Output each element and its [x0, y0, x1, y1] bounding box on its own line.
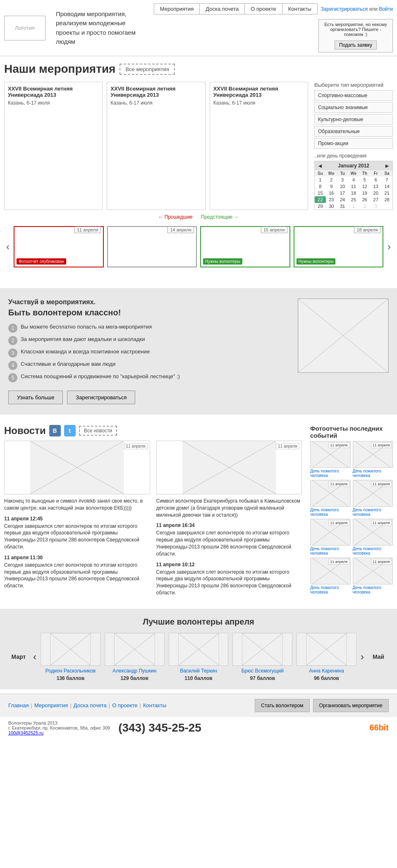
photo-thumb-3[interactable]: 11 апреля [310, 480, 351, 507]
photo-label-6[interactable]: День пожилого человека [353, 546, 393, 556]
become-volunteer-button[interactable]: Стать волонтером [255, 699, 309, 712]
vol-card-5: Анна Каренина 96 баллов [297, 633, 356, 681]
footer-contacts[interactable]: Контакты [143, 702, 166, 708]
vol-name-4[interactable]: Брюс Всемогущий [232, 668, 292, 674]
footer-board[interactable]: Доска почета [74, 702, 107, 708]
vol-name-3[interactable]: Василий Теркин [169, 668, 229, 674]
cal-day-20[interactable]: 20 [370, 190, 381, 196]
cal-day-6[interactable]: 6 [370, 176, 381, 183]
nav-events[interactable]: Мероприятия [154, 3, 200, 14]
cal-day-7[interactable]: 7 [381, 176, 392, 183]
photo-thumb-4[interactable]: 11 апреля [353, 480, 393, 507]
event-card-3[interactable]: XXVII Всемирная летняя Универсиада 2013 … [210, 82, 308, 210]
next-month-arrow[interactable]: › [359, 651, 366, 663]
nav-board[interactable]: Доска почета [199, 3, 244, 14]
all-events-button[interactable]: Все мероприятия [120, 64, 175, 75]
footer-home[interactable]: Главная [8, 702, 29, 708]
cal-day-29[interactable]: 29 [315, 203, 326, 210]
cal-day-11[interactable]: 11 [348, 183, 359, 190]
org-email[interactable]: 100@3452525.ru [8, 730, 43, 735]
cal-day-34[interactable]: 3 [370, 203, 381, 210]
prev-month-arrow[interactable]: ‹ [31, 651, 38, 663]
type-social[interactable]: Социально значимые [314, 102, 393, 113]
vol-name-1[interactable]: Родион Раскольников [41, 668, 100, 674]
scroll-event-card-4[interactable]: 18 апреля Нужны волонтеры Молодежный фор… [294, 226, 384, 267]
cal-day-25[interactable]: 25 [348, 196, 359, 203]
cal-day-17[interactable]: 17 [337, 190, 348, 196]
cal-day-24[interactable]: 24 [337, 196, 348, 203]
photo-thumb-1[interactable]: 11 апреля [310, 441, 351, 468]
cal-day-3[interactable]: 3 [337, 176, 348, 183]
cal-day-23[interactable]: 23 [326, 196, 337, 203]
photo-label-2[interactable]: День пожилого человека [353, 469, 393, 478]
news-col-2: 11 апреля Символ волонтеров Екатеринбург… [156, 441, 302, 601]
cal-day-28[interactable]: 28 [381, 196, 392, 203]
scroll-event-card-2[interactable]: 14 апреля Конференция про современную ку… [107, 226, 197, 267]
cal-day-21[interactable]: 21 [381, 190, 392, 196]
login-link[interactable]: Войти [379, 6, 393, 12]
twitter-icon[interactable]: t [64, 425, 76, 436]
all-news-button[interactable]: Все новости [79, 426, 117, 436]
cal-day-14[interactable]: 14 [381, 183, 392, 190]
type-sports[interactable]: Спортивно-массовые [314, 90, 393, 101]
event-card-1[interactable]: XXVII Всемирная летняя Универсиада 2013 … [4, 82, 103, 210]
vol-text-2: За мероприятия вам дают медальки и шокол… [21, 336, 145, 342]
vk-icon[interactable]: В [49, 425, 61, 436]
cal-day-16[interactable]: 16 [326, 190, 337, 196]
cal-day-31[interactable]: 31 [337, 203, 348, 210]
register-volunteer-button[interactable]: Зарегистрироваться [67, 391, 135, 404]
vol-name-2[interactable]: Александр Пушкин [105, 668, 165, 674]
nav-contacts[interactable]: Контакты [282, 3, 318, 14]
cal-day-2[interactable]: 2 [326, 176, 337, 183]
photo-label-4[interactable]: День пожилого человека [353, 508, 393, 517]
scroll-right-arrow[interactable]: › [385, 241, 393, 253]
photo-label-8[interactable]: День пожилого человека [353, 585, 393, 594]
cal-day-9[interactable]: 9 [326, 183, 337, 190]
cal-day-27[interactable]: 27 [370, 196, 381, 203]
photo-label-1[interactable]: День пожилого человека [310, 469, 351, 478]
type-promo[interactable]: Промо-акции [314, 138, 393, 149]
cal-day-32[interactable]: 1 [348, 203, 359, 210]
news-desc-2: Символ волонтеров Екатеринбурга побывал … [156, 498, 302, 518]
cal-day-30[interactable]: 30 [326, 203, 337, 210]
nav-about[interactable]: О проекте [244, 3, 282, 14]
cal-day-8[interactable]: 8 [315, 183, 326, 190]
event-card-2[interactable]: XXVII Всемирная летняя Универсиада 2013 … [107, 82, 205, 210]
cal-day-33[interactable]: 2 [359, 203, 370, 210]
footer-about[interactable]: О проекте [112, 702, 137, 708]
photo-date-2: 11 апреля [371, 442, 392, 448]
cal-day-15[interactable]: 15 [315, 190, 326, 196]
photo-thumb-7[interactable]: 11 апреля [310, 558, 351, 584]
cal-day-22[interactable]: 22 [315, 196, 326, 203]
scroll-event-card-3[interactable]: 15 апреля Нужны волонтеры Весна УПИ -201… [200, 226, 290, 267]
organize-event-button[interactable]: Организовать мероприятие [313, 699, 389, 712]
footer-events[interactable]: Мероприятия [34, 702, 68, 708]
cal-day-1[interactable]: 1 [315, 176, 326, 183]
cal-prev-button[interactable]: ◄ [317, 162, 323, 169]
type-educational[interactable]: Образовательные [314, 126, 393, 137]
cal-day-18[interactable]: 18 [348, 190, 359, 196]
photo-thumb-2[interactable]: 11 апреля [353, 441, 393, 468]
cal-day-13[interactable]: 13 [370, 183, 381, 190]
cal-day-19[interactable]: 19 [359, 190, 370, 196]
cal-day-26[interactable]: 26 [359, 196, 370, 203]
learn-more-button[interactable]: Узнать больше [8, 391, 63, 404]
photo-label-5[interactable]: День пожилого человека [310, 546, 351, 556]
photo-thumb-6[interactable]: 11 апреля [353, 519, 393, 546]
news-date-badge-2: 11 апреля [276, 443, 299, 449]
cal-day-5[interactable]: 5 [359, 176, 370, 183]
type-cultural[interactable]: Культурно-деловые [314, 114, 393, 125]
cal-day-10[interactable]: 10 [337, 183, 348, 190]
vol-name-5[interactable]: Анна Каренина [297, 668, 356, 674]
photo-thumb-8[interactable]: 11 апреля [353, 558, 393, 584]
register-link[interactable]: Зарегистрироваться [321, 6, 368, 12]
cal-day-12[interactable]: 12 [359, 183, 370, 190]
cal-day-4[interactable]: 4 [348, 176, 359, 183]
photo-label-3[interactable]: День пожилого человека [310, 508, 351, 517]
photo-thumb-5[interactable]: 11 апреля [310, 519, 351, 546]
photo-label-7[interactable]: День пожилого человека [310, 585, 351, 594]
submit-request-button[interactable]: Подать заявку [335, 41, 377, 50]
scroll-left-arrow[interactable]: ‹ [4, 241, 12, 253]
cal-next-button[interactable]: ► [384, 162, 390, 169]
scroll-event-card-1[interactable]: 11 апреля Фотоотчет опубликован День пож… [14, 226, 104, 267]
